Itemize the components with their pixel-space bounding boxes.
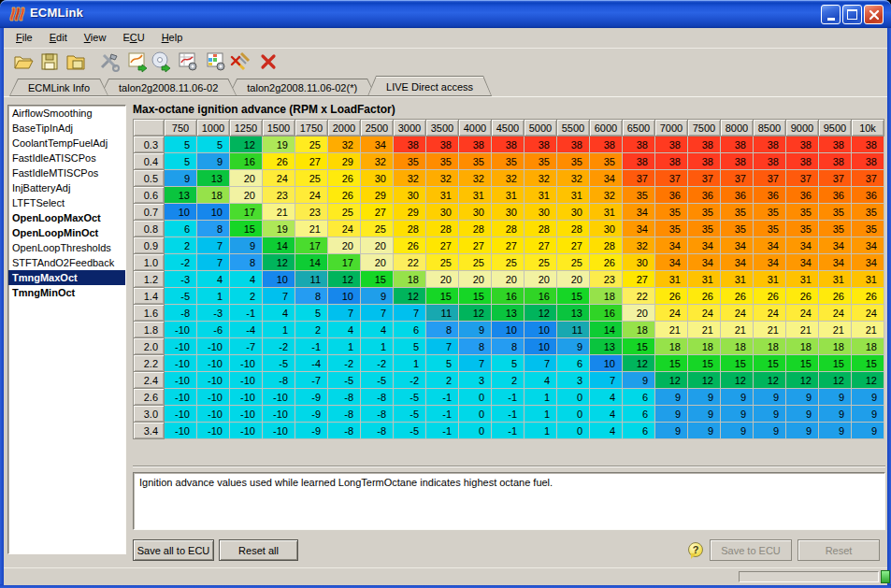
cell-3.4-4000[interactable]: 0 xyxy=(459,423,492,439)
write-disc-button[interactable] xyxy=(150,50,174,75)
cell-2.0-8500[interactable]: 18 xyxy=(754,338,786,355)
cell-0.5-4000[interactable]: 32 xyxy=(459,170,492,187)
cell-1.4-3000[interactable]: 12 xyxy=(394,288,426,305)
cell-0.8-6000[interactable]: 30 xyxy=(590,221,623,237)
row-header-0.6[interactable]: 0.6 xyxy=(134,187,165,204)
cell-0.8-1750[interactable]: 21 xyxy=(295,221,328,237)
row-header-1.2[interactable]: 1.2 xyxy=(134,271,165,288)
cell-2.2-3500[interactable]: 5 xyxy=(426,355,459,372)
cell-1.0-3500[interactable]: 25 xyxy=(426,254,459,271)
cell-1.4-9000[interactable]: 26 xyxy=(786,288,819,305)
cell-1.4-1500[interactable]: 7 xyxy=(263,288,295,305)
menu-file[interactable]: File xyxy=(7,28,41,45)
cell-3.4-7000[interactable]: 9 xyxy=(655,423,688,439)
cell-0.9-7500[interactable]: 34 xyxy=(688,237,721,254)
cell-0.8-5000[interactable]: 28 xyxy=(525,221,557,237)
cell-0.9-10k[interactable]: 34 xyxy=(852,237,884,254)
cell-1.4-4000[interactable]: 15 xyxy=(459,288,492,305)
cell-3.4-7500[interactable]: 9 xyxy=(688,423,721,439)
cell-0.7-6000[interactable]: 31 xyxy=(590,204,623,221)
display-config-button[interactable] xyxy=(204,50,228,75)
cell-2.0-1250[interactable]: -7 xyxy=(230,338,263,355)
cell-1.8-10k[interactable]: 21 xyxy=(852,322,884,338)
cell-0.9-6500[interactable]: 32 xyxy=(623,237,655,254)
cell-1.6-4500[interactable]: 13 xyxy=(492,305,525,322)
cell-2.6-6500[interactable]: 6 xyxy=(623,389,655,406)
cell-2.0-9000[interactable]: 18 xyxy=(786,338,819,355)
cell-2.4-9500[interactable]: 12 xyxy=(819,372,852,389)
cell-3.0-4000[interactable]: 0 xyxy=(459,406,492,423)
cell-0.3-9500[interactable]: 38 xyxy=(819,136,852,153)
cell-2.4-1750[interactable]: -7 xyxy=(295,372,328,389)
cell-2.4-1500[interactable]: -8 xyxy=(263,372,295,389)
cell-2.6-1250[interactable]: -10 xyxy=(230,389,263,406)
cell-3.0-8500[interactable]: 9 xyxy=(754,406,786,423)
cell-1.4-9500[interactable]: 26 xyxy=(819,288,852,305)
cell-0.8-10k[interactable]: 35 xyxy=(852,221,884,237)
cell-0.7-9500[interactable]: 35 xyxy=(819,204,852,221)
cell-2.6-4000[interactable]: 0 xyxy=(459,389,492,406)
cell-0.9-3000[interactable]: 26 xyxy=(394,237,426,254)
cell-3.4-8000[interactable]: 9 xyxy=(721,423,754,439)
cell-3.4-3000[interactable]: -5 xyxy=(394,423,426,439)
cell-1.0-1000[interactable]: 7 xyxy=(197,254,230,271)
cell-1.2-8000[interactable]: 31 xyxy=(721,271,754,288)
cell-1.8-2500[interactable]: 4 xyxy=(361,322,394,338)
cell-1.0-5500[interactable]: 25 xyxy=(557,254,590,271)
cell-0.9-2500[interactable]: 20 xyxy=(361,237,394,254)
cell-2.4-1250[interactable]: -10 xyxy=(230,372,263,389)
cell-0.4-2500[interactable]: 32 xyxy=(361,153,394,170)
cell-1.6-6000[interactable]: 16 xyxy=(590,305,623,322)
cell-3.4-9000[interactable]: 9 xyxy=(786,423,819,439)
cell-2.0-4500[interactable]: 8 xyxy=(492,338,525,355)
cell-0.4-5500[interactable]: 35 xyxy=(557,153,590,170)
cell-3.0-10k[interactable]: 9 xyxy=(852,406,884,423)
save-file-button[interactable] xyxy=(37,50,62,75)
row-header-1.8[interactable]: 1.8 xyxy=(134,322,165,338)
cell-1.4-5000[interactable]: 16 xyxy=(525,288,557,305)
cell-0.9-750[interactable]: 2 xyxy=(165,237,197,254)
col-header-3500[interactable]: 3500 xyxy=(426,120,459,136)
col-header-1500[interactable]: 1500 xyxy=(263,120,295,136)
cell-1.6-8500[interactable]: 24 xyxy=(754,305,786,322)
tab-talon2g2008-11-06-02[interactable]: talon2g2008.11.06-02(*) xyxy=(228,79,376,96)
cell-1.6-3000[interactable]: 7 xyxy=(394,305,426,322)
cell-0.6-3500[interactable]: 31 xyxy=(426,187,459,204)
cell-2.6-8000[interactable]: 9 xyxy=(721,389,754,406)
cell-1.2-5000[interactable]: 20 xyxy=(525,271,557,288)
cell-1.8-5500[interactable]: 11 xyxy=(557,322,590,338)
cell-0.9-1000[interactable]: 7 xyxy=(197,237,230,254)
cell-2.0-7000[interactable]: 18 xyxy=(655,338,688,355)
cell-1.8-7000[interactable]: 21 xyxy=(655,322,688,338)
col-header-3000[interactable]: 3000 xyxy=(394,120,426,136)
cell-0.4-1000[interactable]: 9 xyxy=(197,153,230,170)
cell-0.3-1250[interactable]: 12 xyxy=(230,136,263,153)
cell-1.4-2500[interactable]: 9 xyxy=(361,288,394,305)
cell-3.4-1750[interactable]: -9 xyxy=(295,423,328,439)
cell-2.6-2500[interactable]: -8 xyxy=(361,389,394,406)
datalog-config-button[interactable] xyxy=(176,50,200,75)
cell-1.2-4000[interactable]: 20 xyxy=(459,271,492,288)
cell-0.7-4000[interactable]: 30 xyxy=(459,204,492,221)
cell-0.7-5500[interactable]: 30 xyxy=(557,204,590,221)
cell-0.8-9000[interactable]: 35 xyxy=(786,221,819,237)
cell-1.0-9500[interactable]: 34 xyxy=(819,254,852,271)
cell-2.2-8000[interactable]: 15 xyxy=(721,355,754,372)
cell-1.8-6000[interactable]: 14 xyxy=(590,322,623,338)
cell-1.0-750[interactable]: -2 xyxy=(165,254,197,271)
col-header-4500[interactable]: 4500 xyxy=(492,120,525,136)
row-header-0.3[interactable]: 0.3 xyxy=(134,136,165,153)
cell-3.4-6000[interactable]: 4 xyxy=(590,423,623,439)
cell-1.4-1750[interactable]: 8 xyxy=(295,288,328,305)
cell-1.6-9000[interactable]: 24 xyxy=(786,305,819,322)
cell-1.4-7000[interactable]: 26 xyxy=(655,288,688,305)
cell-3.0-3000[interactable]: -5 xyxy=(394,406,426,423)
cell-0.7-1250[interactable]: 17 xyxy=(230,204,263,221)
cell-0.6-9000[interactable]: 36 xyxy=(786,187,819,204)
cell-1.0-4500[interactable]: 25 xyxy=(492,254,525,271)
cell-2.6-2000[interactable]: -8 xyxy=(328,389,361,406)
row-header-2.2[interactable]: 2.2 xyxy=(134,355,165,372)
cell-0.6-1500[interactable]: 23 xyxy=(263,187,295,204)
delete-button[interactable] xyxy=(256,50,280,75)
cell-2.2-2000[interactable]: -2 xyxy=(328,355,361,372)
